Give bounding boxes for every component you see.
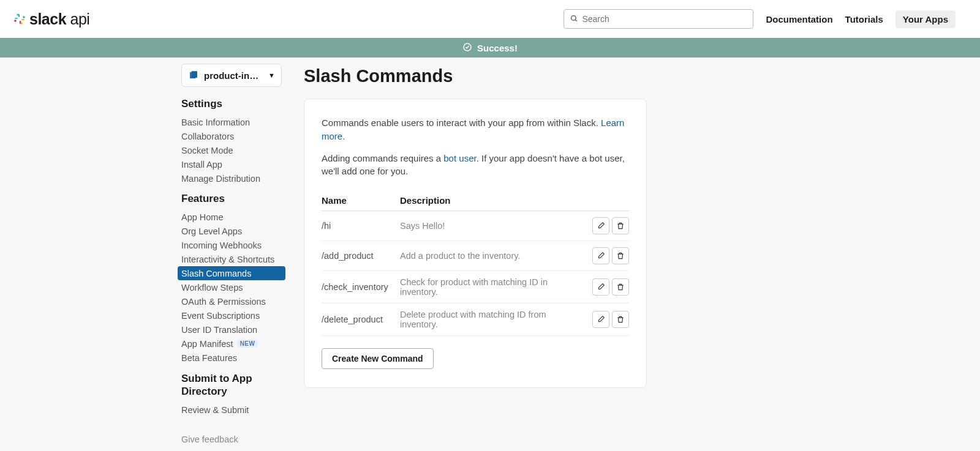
trash-icon (616, 222, 625, 230)
command-name: /add_product (322, 241, 400, 271)
svg-rect-12 (192, 71, 197, 78)
command-description: Add a product to the inventory. (400, 241, 585, 271)
new-badge: NEW (237, 340, 258, 348)
app-selector[interactable]: product-invent… ▼ (181, 64, 282, 87)
sidebar-item-oauth-permissions[interactable]: OAuth & Permissions (178, 294, 285, 308)
command-name: /hi (322, 211, 400, 241)
command-description: Check for product with matching ID in in… (400, 271, 585, 304)
table-row: /hiSays Hello! (322, 211, 629, 241)
search-input[interactable] (582, 14, 747, 24)
sidebar-item-workflow-steps[interactable]: Workflow Steps (178, 280, 285, 294)
sidebar-item-label: Collaborators (181, 132, 234, 141)
create-new-command-button[interactable]: Create New Command (322, 348, 434, 369)
intro-paragraph-1: Commands enable users to interact with y… (322, 116, 629, 143)
pencil-icon (597, 315, 605, 324)
trash-icon (616, 252, 625, 260)
command-description: Delete product with matching ID from inv… (400, 304, 585, 336)
sidebar-item-socket-mode[interactable]: Socket Mode (178, 143, 285, 157)
command-actions (585, 241, 629, 271)
svg-line-9 (576, 20, 578, 21)
intro-paragraph-2: Adding commands requires a bot user. If … (322, 152, 629, 179)
delete-button[interactable] (612, 278, 629, 296)
sidebar-item-manage-distribution[interactable]: Manage Distribution (178, 171, 285, 185)
slack-logo-icon (12, 12, 27, 26)
trash-icon (616, 283, 625, 291)
pencil-icon (597, 252, 605, 260)
header-right: Documentation Tutorials Your Apps (564, 9, 956, 29)
sidebar: product-invent… ▼ Settings Basic Informa… (181, 64, 282, 451)
sidebar-item-app-manifest[interactable]: App ManifestNEW (178, 337, 285, 351)
sidebar-item-org-level-apps[interactable]: Org Level Apps (178, 224, 285, 238)
svg-point-5 (17, 13, 19, 16)
svg-point-6 (23, 16, 25, 18)
command-actions (585, 271, 629, 304)
nav-documentation[interactable]: Documentation (766, 14, 832, 24)
command-description: Says Hello! (400, 211, 585, 241)
sidebar-section-features: Features (181, 193, 282, 205)
sidebar-item-review-submit[interactable]: Review & Submit (178, 403, 285, 417)
table-row: /delete_productDelete product with match… (322, 304, 629, 336)
sidebar-item-collaborators[interactable]: Collaborators (178, 129, 285, 143)
sidebar-item-label: Slash Commands (181, 269, 251, 278)
edit-button[interactable] (592, 311, 609, 328)
brand-text: slack api (29, 10, 89, 28)
success-icon (462, 42, 472, 54)
delete-button[interactable] (612, 247, 629, 264)
edit-button[interactable] (592, 247, 609, 264)
sidebar-item-user-id-translation[interactable]: User ID Translation (178, 322, 285, 337)
header: slack api Documentation Tutorials Your A… (0, 0, 980, 38)
command-actions (585, 304, 629, 336)
sidebar-item-label: Org Level Apps (181, 226, 242, 236)
edit-button[interactable] (592, 217, 609, 234)
command-name: /delete_product (322, 304, 400, 336)
chevron-down-icon: ▼ (268, 72, 275, 79)
nav-tutorials[interactable]: Tutorials (845, 14, 883, 24)
delete-button[interactable] (612, 311, 629, 328)
commands-table: Name Description /hiSays Hello!/add_prod… (322, 190, 629, 336)
search-icon (570, 14, 578, 24)
svg-rect-0 (15, 18, 18, 19)
sidebar-item-event-subscriptions[interactable]: Event Subscriptions (178, 308, 285, 322)
sidebar-item-interactivity-shortcuts[interactable]: Interactivity & Shortcuts (178, 252, 285, 266)
sidebar-item-label: App Manifest (181, 339, 233, 349)
command-name: /check_inventory (322, 271, 400, 304)
give-feedback-link[interactable]: Give feedback (181, 434, 282, 444)
sidebar-item-basic-information[interactable]: Basic Information (178, 115, 285, 129)
sidebar-item-label: Basic Information (181, 117, 250, 127)
edit-button[interactable] (592, 278, 609, 296)
pencil-icon (597, 283, 605, 291)
sidebar-item-slash-commands[interactable]: Slash Commands (178, 266, 285, 280)
svg-point-4 (14, 20, 17, 22)
sidebar-item-label: Incoming Webhooks (181, 240, 262, 250)
th-name: Name (322, 190, 400, 211)
sidebar-item-install-app[interactable]: Install App (178, 157, 285, 171)
command-actions (585, 211, 629, 241)
nav-your-apps[interactable]: Your Apps (895, 10, 956, 28)
sidebar-item-beta-features[interactable]: Beta Features (178, 351, 285, 365)
sidebar-item-label: Install App (181, 160, 222, 170)
sidebar-item-label: App Home (181, 212, 224, 222)
sidebar-item-label: Review & Submit (181, 405, 249, 415)
main-panel: Slash Commands Commands enable users to … (304, 64, 647, 451)
body: product-invent… ▼ Settings Basic Informa… (0, 58, 980, 451)
search-box[interactable] (564, 9, 753, 29)
app-selector-name: product-invent… (204, 70, 263, 81)
svg-rect-2 (21, 19, 24, 20)
svg-point-8 (571, 15, 576, 20)
slack-api-logo[interactable]: slack api (12, 10, 89, 28)
sidebar-item-label: Socket Mode (181, 146, 233, 155)
sidebar-item-label: Event Subscriptions (181, 311, 260, 321)
sidebar-item-label: OAuth & Permissions (181, 297, 266, 307)
trash-icon (616, 315, 625, 324)
delete-button[interactable] (612, 217, 629, 234)
bot-user-link[interactable]: bot user (443, 153, 476, 163)
table-row: /add_productAdd a product to the invento… (322, 241, 629, 271)
app-icon (188, 70, 199, 81)
svg-point-7 (20, 22, 23, 24)
sidebar-item-incoming-webhooks[interactable]: Incoming Webhooks (178, 238, 285, 252)
success-text: Success! (477, 43, 518, 53)
success-banner: Success! (0, 38, 980, 58)
page-title: Slash Commands (304, 66, 647, 86)
sidebar-section-settings: Settings (181, 98, 282, 110)
sidebar-item-app-home[interactable]: App Home (178, 210, 285, 224)
